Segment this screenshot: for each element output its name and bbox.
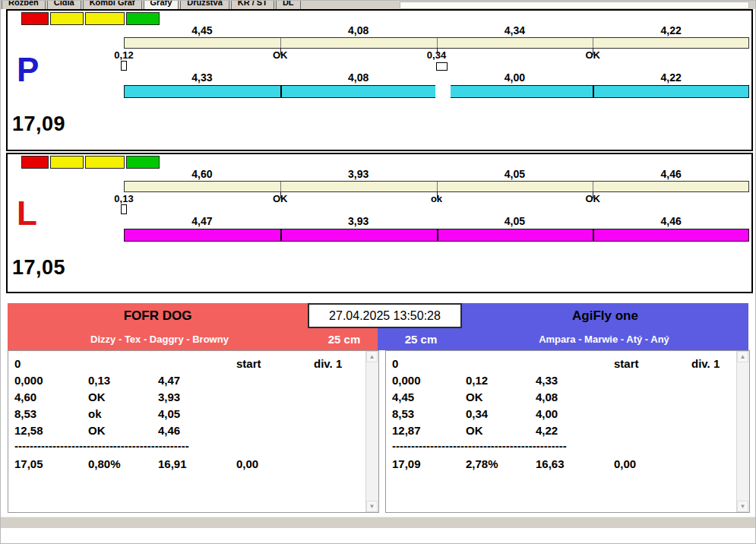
- table-row: 0,000 0,13 4,47: [14, 374, 363, 389]
- split-value: 4,05: [437, 168, 593, 180]
- run-time-bar: [124, 85, 749, 98]
- lane-total-time: 17,05: [12, 256, 65, 280]
- lane-graph: 4,45 4,08 4,34 4,22 0,12 OK 0,34 OK 4,33…: [124, 24, 749, 100]
- change-status: ok: [88, 407, 102, 420]
- tab-dl[interactable]: DL: [276, 0, 301, 9]
- split-value: 4,45: [124, 24, 280, 36]
- bar-gap: [435, 85, 451, 98]
- light-yellow-icon: [85, 12, 125, 25]
- split-times-top: 4,45 4,08 4,34 4,22: [124, 24, 749, 36]
- team-right-dogs: Ampara - Marwie - Atý - Aný: [460, 328, 748, 350]
- split-value: 4,22: [593, 24, 749, 36]
- light-yellow-icon: [85, 156, 125, 169]
- total-time: 17,05: [14, 457, 43, 470]
- tab-rozbeh[interactable]: Rozbeh: [2, 0, 46, 9]
- tab-grafy[interactable]: Grafy: [144, 0, 179, 9]
- team-left-dogs: Dizzy - Tex - Daggry - Browny: [8, 328, 312, 350]
- tab-kombi-graf[interactable]: Kombi Graf: [83, 0, 142, 9]
- dog-time: 4,05: [158, 407, 180, 420]
- cum-time: 0,000: [392, 374, 421, 387]
- start-lights: [21, 12, 160, 25]
- team-right-name-header: AgiFly one: [462, 303, 748, 328]
- team-left-sub-header: Dizzy - Tex - Daggry - Browny 25 cm: [8, 328, 378, 350]
- change-marker: OK: [586, 193, 601, 204]
- start-time: 0,00: [236, 457, 258, 470]
- dog-time: 4,00: [536, 407, 558, 420]
- team-right-sub-header: 25 cm Ampara - Marwie - Atý - Aný: [378, 328, 748, 350]
- scroll-up-icon[interactable]: ▲: [737, 351, 748, 362]
- scale-divider: [593, 38, 593, 48]
- split-value: 3,93: [280, 168, 437, 180]
- percent-value: 0,80%: [88, 457, 121, 470]
- lane-total-time: 17,09: [12, 112, 65, 136]
- table-row: 8,53 0,34 4,00: [392, 407, 734, 422]
- change-status: 0,13: [88, 374, 110, 387]
- scale-bar: [124, 181, 749, 192]
- scale-divider: [593, 182, 593, 191]
- split-value: 4,00: [437, 71, 593, 84]
- lane-p-panel: P 17,09 4,45 4,08 4,34 4,22 0,12 OK 0,34…: [6, 9, 753, 151]
- bar-divider: [437, 229, 438, 241]
- timestamp-box: 27.04.2025 13:50:28: [308, 303, 462, 328]
- light-yellow-icon: [50, 156, 84, 169]
- team-left-name-header: FOFR DOG: [8, 303, 308, 328]
- change-status: OK: [466, 391, 483, 403]
- table-row: 4,45 OK 4,08: [392, 391, 734, 406]
- split-value: 4,60: [124, 168, 280, 180]
- lane-letter: P: [17, 53, 39, 87]
- change-status: OK: [88, 424, 106, 437]
- vertical-scrollbar[interactable]: ▲ ▼: [736, 351, 749, 512]
- cum-time: 12,58: [14, 424, 43, 437]
- dog-time: 4,08: [536, 391, 558, 403]
- table-row: 0,000 0,12 4,33: [392, 374, 734, 389]
- vertical-scrollbar[interactable]: ▲ ▼: [365, 351, 378, 512]
- table-totals-row: 17,09 2,78% 16,63 0,00: [392, 457, 734, 473]
- bar-divider: [593, 86, 594, 97]
- table-header-row: 0 start div. 1: [14, 357, 363, 372]
- team-left-results-table: 0 start div. 1 0,000 0,13 4,47 4,60 OK 3…: [8, 350, 379, 513]
- split-times-top: 4,60 3,93 4,05 4,46: [124, 168, 749, 180]
- split-value: 4,22: [593, 71, 749, 84]
- cum-time: 8,53: [392, 407, 414, 420]
- tab-cidla[interactable]: Čidla: [47, 0, 81, 9]
- change-status: OK: [466, 424, 483, 437]
- change-status: 0,34: [466, 407, 488, 420]
- dog-time: 4,46: [158, 424, 180, 437]
- team-left-jump-height: 25 cm: [314, 328, 375, 350]
- tab-bar: Rozbeh Čidla Kombi Graf Grafy Družstva K…: [0, 0, 756, 9]
- change-status: OK: [88, 391, 106, 403]
- scale-bar: [124, 37, 749, 49]
- scroll-down-icon[interactable]: ▼: [366, 501, 378, 512]
- start-time: 0,00: [614, 457, 636, 470]
- team-right-name: AgiFly one: [572, 308, 638, 324]
- lane-l-panel: L 17,05 4,60 3,93 4,05 4,46 0,13 OK ok O…: [6, 153, 753, 293]
- split-value: 4,46: [593, 168, 749, 180]
- scroll-down-icon[interactable]: ▼: [737, 501, 748, 512]
- split-value: 4,47: [124, 215, 280, 227]
- table-row: 4,60 OK 3,93: [14, 391, 363, 406]
- cum-time: 12,87: [392, 424, 421, 437]
- tab-druzstva[interactable]: Družstva: [180, 0, 229, 9]
- light-yellow-icon: [50, 12, 84, 25]
- light-green-icon: [126, 12, 160, 25]
- table-totals-row: 17,05 0,80% 16,91 0,00: [14, 457, 363, 473]
- dog-time: 3,93: [158, 391, 180, 403]
- percent-value: 2,78%: [466, 457, 498, 470]
- dog-time: 4,33: [536, 374, 558, 387]
- header-start: start: [236, 357, 261, 370]
- header-start: start: [614, 357, 639, 370]
- table-row: 8,53 ok 4,05: [14, 407, 363, 422]
- total-time: 17,09: [392, 457, 421, 470]
- cum-time: 4,45: [392, 391, 414, 403]
- tab-kr-st[interactable]: KR / ST: [231, 0, 274, 9]
- sensor-marker-box: [436, 62, 448, 71]
- dog-time: 4,47: [158, 374, 180, 387]
- split-value: 4,08: [280, 71, 437, 84]
- split-value: 4,33: [124, 71, 280, 84]
- split-value: 4,08: [280, 24, 437, 36]
- scroll-up-icon[interactable]: ▲: [366, 351, 378, 362]
- net-time: 16,63: [536, 457, 565, 470]
- split-value: 4,34: [437, 24, 593, 36]
- split-times-bottom: 4,33 4,08 4,00 4,22: [124, 71, 749, 84]
- bar-divider: [280, 229, 282, 241]
